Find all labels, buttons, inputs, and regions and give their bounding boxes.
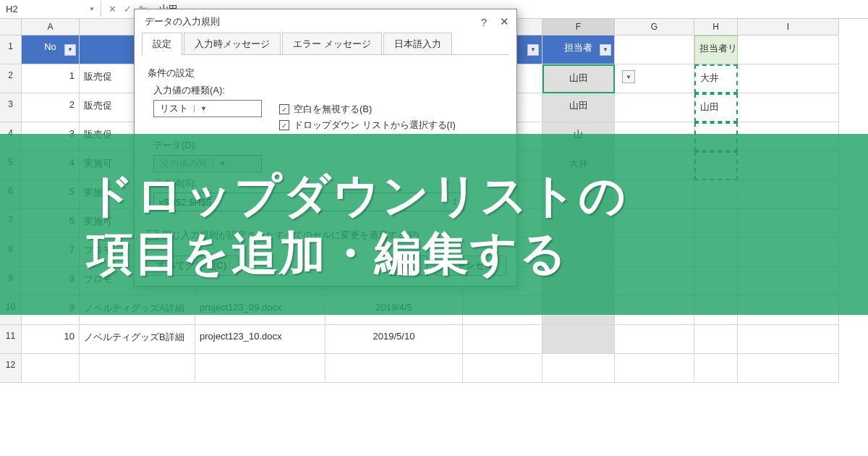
cell[interactable] [22, 354, 80, 383]
cell[interactable] [463, 325, 542, 354]
overlay-line1: ドロップダウンリストの [87, 166, 868, 224]
cell[interactable] [326, 354, 463, 383]
table-row: 11 10 ノベルティグッズB詳細 project123_10.docx 201… [0, 325, 868, 354]
row-header[interactable]: 1 [0, 35, 22, 64]
checkbox-icon: ✓ [279, 104, 289, 114]
allow-combobox[interactable]: リスト ▼ [153, 100, 262, 117]
tab-error-alert[interactable]: エラー メッセージ [282, 33, 382, 55]
table-header-no-label: No [44, 41, 56, 52]
table-header-f[interactable]: 担当者 ▼ [542, 35, 615, 64]
name-box-dropdown-icon[interactable]: ▼ [89, 6, 95, 12]
cell[interactable] [463, 354, 542, 383]
filter-dropdown-icon[interactable]: ▼ [64, 44, 76, 56]
cell-H1[interactable]: 担当者リスト [694, 35, 738, 64]
cell-F2[interactable]: 山田 [542, 64, 615, 93]
dialog-titlebar[interactable]: データの入力規則 ? ✕ [135, 9, 516, 33]
cell-H3[interactable]: 山田 [694, 93, 738, 122]
filter-dropdown-icon[interactable]: ▼ [600, 44, 611, 56]
close-icon[interactable]: ✕ [500, 15, 509, 28]
row-header[interactable]: 11 [0, 325, 22, 354]
cell[interactable] [195, 354, 326, 383]
cell[interactable] [80, 354, 195, 383]
cell[interactable] [738, 354, 839, 383]
cell[interactable]: project123_10.docx [195, 325, 326, 354]
dialog-title: データの入力規則 [145, 15, 220, 28]
cell[interactable] [694, 325, 738, 354]
cell-H2[interactable]: 大井 [694, 64, 738, 93]
table-header-f-label: 担当者 [564, 42, 592, 53]
table-row: 12 [0, 354, 868, 383]
cell[interactable] [542, 354, 615, 383]
dropdown-button-icon[interactable]: ▼ [622, 70, 635, 83]
cell[interactable] [694, 354, 738, 383]
cell[interactable] [615, 93, 694, 122]
row-header[interactable]: 2 [0, 64, 22, 93]
tab-ime-mode[interactable]: 日本語入力 [383, 33, 452, 55]
name-box[interactable]: H2 ▼ [0, 1, 101, 17]
tab-input-message[interactable]: 入力時メッセージ [184, 33, 281, 55]
cell-I1[interactable] [738, 35, 839, 64]
in-cell-dropdown-checkbox[interactable]: ✓ ドロップダウン リストから選択する(I) [279, 119, 456, 132]
col-header-A[interactable]: A [22, 19, 80, 35]
cell[interactable]: 10 [22, 325, 80, 354]
cell[interactable]: ノベルティグッズB詳細 [80, 325, 195, 354]
cell-G1[interactable] [615, 35, 694, 64]
in-cell-dropdown-label: ドロップダウン リストから選択する(I) [294, 119, 456, 132]
table-header-no[interactable]: No ▼ [22, 35, 80, 64]
cell[interactable]: 山田 [542, 93, 615, 122]
allow-label: 入力値の種類(A): [153, 84, 505, 97]
col-header-H[interactable]: H [694, 19, 738, 35]
overlay-line2: 項目を追加・編集する [87, 224, 868, 282]
cell[interactable] [615, 354, 694, 383]
title-overlay: ドロップダウンリストの 項目を追加・編集する [0, 134, 868, 315]
dialog-tabs: 設定 入力時メッセージ エラー メッセージ 日本語入力 [135, 33, 516, 55]
ignore-blank-label: 空白を無視する(B) [294, 103, 372, 116]
cell[interactable]: 2019/5/10 [326, 325, 463, 354]
tab-settings[interactable]: 設定 [142, 33, 182, 55]
cell[interactable] [738, 325, 839, 354]
name-box-text: H2 [6, 4, 18, 14]
cell[interactable]: 2 [22, 93, 80, 122]
cancel-icon[interactable]: ✕ [109, 4, 116, 14]
ignore-blank-checkbox[interactable]: ✓ 空白を無視する(B) [279, 103, 456, 116]
cell[interactable]: 1 [22, 64, 80, 93]
cell[interactable] [542, 325, 615, 354]
row-header[interactable]: 3 [0, 93, 22, 122]
enter-icon[interactable]: ✓ [124, 4, 132, 14]
chevron-down-icon[interactable]: ▼ [194, 105, 207, 112]
cell[interactable] [738, 64, 839, 93]
cell[interactable]: ▼ [615, 64, 694, 93]
select-all-cell[interactable] [0, 19, 22, 35]
col-header-G[interactable]: G [615, 19, 694, 35]
checkbox-icon: ✓ [279, 120, 289, 130]
section-label: 条件の設定 [148, 67, 505, 80]
col-header-F[interactable]: F [542, 19, 615, 35]
col-header-I[interactable]: I [738, 19, 839, 35]
row-header[interactable]: 12 [0, 354, 22, 383]
cell[interactable] [615, 325, 694, 354]
allow-value: リスト [154, 102, 194, 115]
help-icon[interactable]: ? [481, 16, 487, 28]
filter-dropdown-icon[interactable]: ▼ [527, 44, 539, 56]
cell[interactable] [738, 93, 839, 122]
